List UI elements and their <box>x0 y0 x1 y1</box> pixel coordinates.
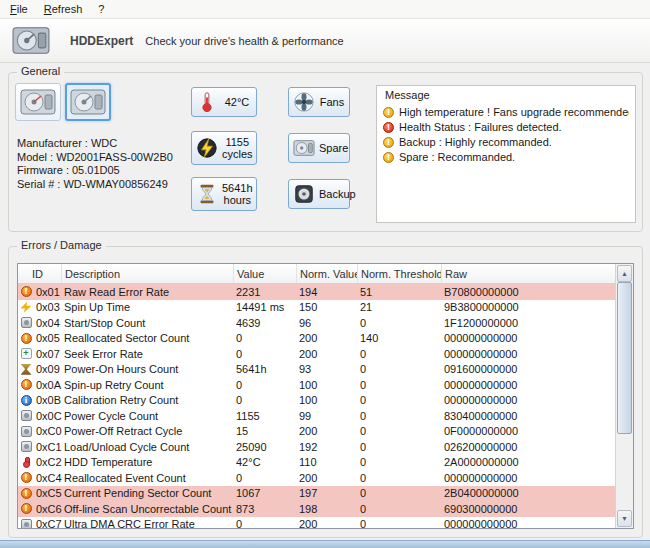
vertical-scrollbar[interactable]: ▲ ▼ <box>615 264 633 528</box>
hourglass-icon <box>21 364 32 375</box>
cell-desc: Load/Unload Cycle Count <box>62 441 234 453</box>
column-header-raw[interactable]: Raw <box>442 264 616 283</box>
hours-unit: hours <box>222 194 253 206</box>
scroll-up-button[interactable]: ▲ <box>617 265 632 282</box>
cell-icon <box>18 426 34 437</box>
cell-raw: 9B3800000000 <box>442 301 616 313</box>
firmware-text: Firmware : 05.01D05 <box>17 164 173 178</box>
cell-norm: 194 <box>297 286 358 298</box>
cell-desc: Reallocated Event Count <box>62 472 234 484</box>
backup-icon <box>293 183 315 205</box>
message-text: Health Status : Failures detected. <box>399 120 562 135</box>
menu-item-file[interactable]: File <box>2 1 36 17</box>
spare-button[interactable]: Spare <box>288 133 350 163</box>
app-logo-hdd-icon <box>12 24 50 57</box>
column-header-norm-threshold[interactable]: Norm. Threshold <box>358 264 442 283</box>
cell-id: 0xC4 <box>34 472 62 484</box>
table-row[interactable]: 0xC2HDD Temperature42°C11002A0000000000 <box>18 455 616 471</box>
cell-th: 0 <box>358 518 442 528</box>
table-row[interactable]: 0x0ASpin-up Retry Count01000000000000000 <box>18 377 616 393</box>
message-list: High temperature ! Fans upgrade recommen… <box>377 105 635 165</box>
power-cycles-button[interactable]: 1155cycles <box>191 131 257 165</box>
table-row[interactable]: 0x0CPower Cycle Count1155990830400000000 <box>18 408 616 424</box>
table-row[interactable]: 0xC5Current Pending Sector Count10671970… <box>18 486 616 502</box>
seek-icon <box>21 348 32 359</box>
hours-label: 5641hhours <box>222 182 253 206</box>
cell-id: 0xC1 <box>34 441 62 453</box>
menu-item-refresh[interactable]: Refresh <box>36 1 91 17</box>
cell-id: 0xC5 <box>34 487 62 499</box>
drive-select-button-2[interactable] <box>65 83 111 121</box>
cell-th: 0 <box>358 441 442 453</box>
cell-id: 0x0B <box>34 394 62 406</box>
cell-id: 0x0A <box>34 379 62 391</box>
cell-id: 0x05 <box>34 332 62 344</box>
message-item: High temperature ! Fans upgrade recommen… <box>383 105 629 120</box>
table-row[interactable]: 0x09Power-On Hours Count5641h93009160000… <box>18 362 616 378</box>
column-header-value[interactable]: Value <box>234 264 297 283</box>
cell-norm: 100 <box>297 394 358 406</box>
message-text: Backup : Highly recommanded. <box>399 135 552 150</box>
message-item: Spare : Recommanded. <box>383 150 629 165</box>
table-row[interactable]: 0xC4Reallocated Event Count0200000000000… <box>18 470 616 486</box>
column-header-norm-value[interactable]: Norm. Value <box>297 264 358 283</box>
cell-norm: 200 <box>297 425 358 437</box>
table-row[interactable]: 0xC7Ultra DMA CRC Error Rate020000000000… <box>18 517 616 529</box>
cell-th: 51 <box>358 286 442 298</box>
cell-id: 0xC2 <box>34 456 62 468</box>
fans-button[interactable]: Fans <box>288 87 350 117</box>
temperature-button[interactable]: 42°C <box>191 87 257 117</box>
manufacturer-text: Manufacturer : WDC <box>17 137 173 151</box>
table-row[interactable]: 0x05Reallocated Sector Count020014000000… <box>18 331 616 347</box>
message-item: Health Status : Failures detected. <box>383 120 629 135</box>
app-title: HDDExpert <box>70 34 133 48</box>
column-header-description[interactable]: Description <box>62 264 234 283</box>
table-row[interactable]: 0xC6Off-line Scan Uncorrectable Count873… <box>18 501 616 517</box>
table-row[interactable]: 0x04Start/Stop Count46399601F1200000000 <box>18 315 616 331</box>
warning-icon <box>383 152 394 163</box>
cell-icon <box>18 395 34 406</box>
column-header-id[interactable]: ID <box>18 264 62 283</box>
table-row[interactable]: 0x01Raw Read Error Rate223119451B7080000… <box>18 284 616 300</box>
cell-th: 0 <box>358 363 442 375</box>
cell-th: 0 <box>358 503 442 515</box>
cell-raw: 2B0400000000 <box>442 487 616 499</box>
cell-value: 0 <box>234 394 297 406</box>
table-row[interactable]: 0x07Seek Error Rate02000000000000000 <box>18 346 616 362</box>
table-row[interactable]: 0xC1Load/Unload Cycle Count2509019200262… <box>18 439 616 455</box>
cell-raw: 690300000000 <box>442 503 616 515</box>
backup-button[interactable]: Backup <box>288 179 350 209</box>
scroll-down-button[interactable]: ▼ <box>617 510 632 527</box>
menu-item-help[interactable]: ? <box>90 1 112 17</box>
scrollbar-thumb[interactable] <box>617 282 632 434</box>
cell-desc: Current Pending Sector Count <box>62 487 234 499</box>
table-row[interactable]: 0x0BCalibration Retry Count0100000000000… <box>18 393 616 409</box>
application-window: FileRefresh? HDDExpert Check your drive'… <box>0 0 650 548</box>
cell-value: 0 <box>234 332 297 344</box>
table-row[interactable]: 0xC0Power-Off Retract Cycle1520000F00000… <box>18 424 616 440</box>
thermometer-icon <box>21 457 32 468</box>
cell-value: 0 <box>234 348 297 360</box>
cell-th: 140 <box>358 332 442 344</box>
table-row[interactable]: 0x03Spin Up Time14491 ms150219B380000000… <box>18 300 616 316</box>
model-text: Model : WD2001FASS-00W2B0 <box>17 151 173 165</box>
cell-th: 0 <box>358 487 442 499</box>
cell-icon <box>18 519 34 528</box>
cell-norm: 150 <box>297 301 358 313</box>
cell-value: 14491 ms <box>234 301 297 313</box>
cell-icon <box>18 410 34 421</box>
cycles-value: 1155 <box>222 136 253 148</box>
message-panel: Message High temperature ! Fans upgrade … <box>376 85 636 223</box>
drive-select-button-1[interactable] <box>15 83 61 121</box>
message-panel-label: Message <box>377 86 635 105</box>
hours-button[interactable]: 5641hhours <box>191 177 257 211</box>
cell-th: 0 <box>358 317 442 329</box>
cell-th: 21 <box>358 301 442 313</box>
alert-icon <box>21 503 32 514</box>
cell-icon <box>18 457 34 468</box>
cell-norm: 200 <box>297 472 358 484</box>
backup-label: Backup <box>319 188 356 200</box>
cell-raw: 830400000000 <box>442 410 616 422</box>
cell-norm: 100 <box>297 379 358 391</box>
cell-raw: 0F0000000000 <box>442 425 616 437</box>
